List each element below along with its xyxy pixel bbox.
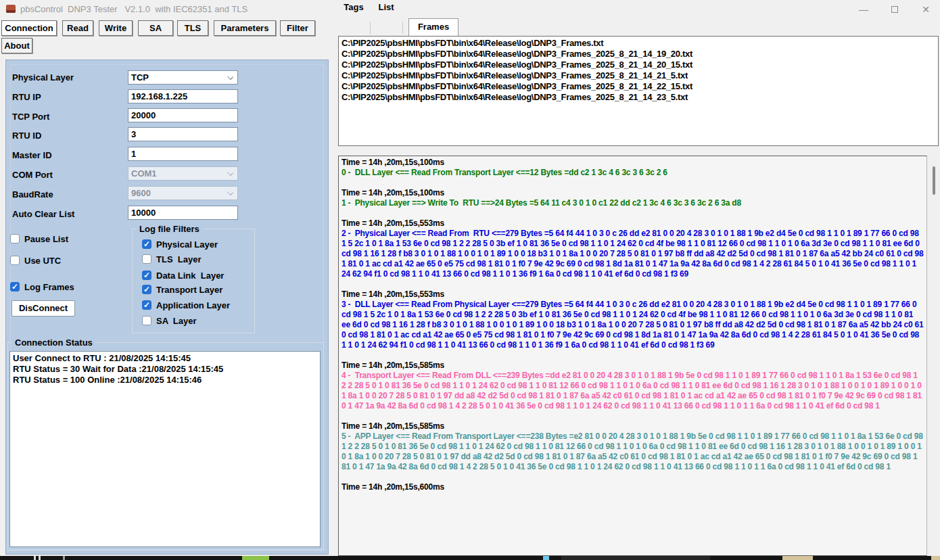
log-record-time: Time = 14h ,20m,15s,100ms bbox=[342, 188, 924, 198]
log-record-text: 4 - Transport Layer <== Read From DLL <=… bbox=[342, 371, 924, 411]
strip-segment bbox=[782, 556, 813, 560]
baudrate-value: 9600 bbox=[131, 188, 151, 198]
tab-frames[interactable]: Frames bbox=[408, 18, 459, 36]
log-record-text: 2 - Physical Layer <== Read From RTU <==… bbox=[342, 229, 924, 279]
connection-status-title: Connection Status bbox=[12, 337, 95, 348]
tcp-port-input[interactable] bbox=[128, 108, 238, 122]
log-gap bbox=[342, 350, 924, 360]
read-button[interactable]: Read bbox=[62, 20, 93, 36]
master-id-label: Master ID bbox=[12, 150, 52, 160]
chevron-down-icon bbox=[227, 189, 233, 195]
filter-sa-layer-checkbox[interactable] bbox=[142, 316, 151, 325]
log-file-item[interactable]: C:\PIP2025\pbsHMI\pbsFDT\bin\x64\Release… bbox=[342, 70, 935, 81]
filter-application-layer-label: Application Layer bbox=[156, 300, 230, 310]
strip-segment bbox=[931, 556, 940, 560]
log-file-filters-group: Log file Filters Physical Layer TLS Laye… bbox=[132, 229, 255, 333]
connection-button[interactable]: Connection bbox=[1, 20, 57, 36]
minimize-button[interactable]: — bbox=[853, 3, 874, 16]
auto-clear-list-label: Auto Clear List bbox=[12, 209, 74, 219]
maximize-icon bbox=[891, 6, 898, 13]
log-record-text: 0 - DLL Layer <== Read From Transport La… bbox=[342, 168, 924, 178]
tab-separator bbox=[370, 22, 371, 34]
maximize-button[interactable] bbox=[885, 3, 905, 16]
log-file-item[interactable]: C:\PIP2025\pbsHMI\pbsFDT\bin\x64\Release… bbox=[342, 38, 935, 49]
pause-list-checkbox[interactable] bbox=[10, 234, 20, 243]
about-button[interactable]: About bbox=[1, 38, 32, 53]
tab-separator bbox=[402, 22, 403, 34]
log-file-filters-title: Log file Filters bbox=[137, 224, 202, 234]
log-record-time: Time = 14h ,20m,15s,553ms bbox=[342, 218, 924, 229]
filter-physical-layer-label: Physical Layer bbox=[156, 239, 218, 250]
frames-scrollbar[interactable] bbox=[928, 156, 940, 556]
baudrate-label: BaudRate bbox=[12, 189, 53, 200]
filter-physical-layer-checkbox[interactable] bbox=[142, 239, 151, 249]
strip-segment bbox=[63, 556, 65, 560]
auto-clear-list-input[interactable] bbox=[128, 206, 238, 220]
chevron-down-icon bbox=[227, 74, 233, 80]
filter-application-layer-checkbox[interactable] bbox=[142, 300, 151, 310]
log-file-item[interactable]: C:\PIP2025\pbsHMI\pbsFDT\bin\x64\Release… bbox=[342, 92, 935, 103]
filter-tls-layer-label: TLS Layer bbox=[156, 254, 201, 264]
rtu-ip-label: RTU IP bbox=[12, 92, 41, 102]
filter-data-link-layer-label: Data Link Layer bbox=[156, 271, 224, 281]
log-gap bbox=[342, 178, 924, 188]
tab-list[interactable]: List bbox=[371, 0, 401, 16]
connection-status-group: Connection Status User Connect to RTU : … bbox=[7, 342, 324, 551]
physical-layer-value: TCP bbox=[131, 72, 149, 83]
connection-status-box: User Connect to RTU : 21/08/2025 14:15:4… bbox=[9, 351, 321, 547]
log-file-item[interactable]: C:\PIP2025\pbsHMI\pbsFDT\bin\x64\Release… bbox=[342, 60, 935, 70]
log-file-list: C:\PIP2025\pbsHMI\pbsFDT\bin\x64\Release… bbox=[338, 36, 939, 146]
filter-transport-layer-checkbox[interactable] bbox=[142, 285, 151, 294]
physical-layer-label: Physical Layer bbox=[12, 72, 74, 83]
strip-segment bbox=[561, 556, 710, 560]
master-id-input[interactable] bbox=[128, 147, 238, 161]
rtu-id-input[interactable] bbox=[128, 127, 238, 141]
status-line: RTU Status = 30 Wait for Data :21/08/202… bbox=[13, 364, 317, 375]
use-utc-checkbox[interactable] bbox=[10, 256, 20, 265]
frames-log: Time = 14h ,20m,15s,100ms 0 - DLL Layer … bbox=[338, 156, 927, 556]
log-record-text: 1 - Physical Layer ==> Write To RTU ==>2… bbox=[342, 198, 924, 208]
title-bar: pbsControl DNP3 Tester V2.1.0 with IEC62… bbox=[0, 0, 940, 18]
tls-button[interactable]: TLS bbox=[177, 20, 208, 36]
close-button[interactable]: ✕ bbox=[916, 3, 936, 16]
use-utc-label: Use UTC bbox=[24, 256, 61, 266]
sa-button[interactable]: SA bbox=[138, 20, 173, 36]
parameters-button[interactable]: Parameters bbox=[214, 20, 276, 36]
log-gap bbox=[342, 472, 924, 482]
app-window: pbsControl DNP3 Tester V2.1.0 with IEC62… bbox=[0, 0, 940, 560]
log-record-text: 3 - DLL Layer <== Read From Physical Lay… bbox=[342, 300, 924, 350]
log-record-time: Time = 14h ,20m,15s,585ms bbox=[342, 421, 924, 431]
rtu-ip-input[interactable] bbox=[128, 89, 238, 103]
log-trailing-time: Time = 14h ,20m,15s,600ms bbox=[342, 482, 924, 492]
baudrate-select: 9600 bbox=[128, 186, 238, 200]
strip-segment bbox=[242, 556, 269, 560]
com-port-label: COM Port bbox=[12, 170, 53, 180]
log-record-time: Time = 14h ,20m,15s,585ms bbox=[342, 360, 924, 371]
physical-layer-select[interactable]: TCP bbox=[128, 70, 238, 85]
disconnect-button[interactable]: DisConnect bbox=[11, 300, 75, 317]
filter-sa-layer-label: SA Layer bbox=[156, 316, 197, 326]
background-window-strip bbox=[0, 556, 940, 560]
window-title: pbsControl DNP3 Tester V2.1.0 with IEC62… bbox=[20, 4, 248, 14]
status-line: User Connect to RTU : 21/08/2025 14:15:4… bbox=[13, 353, 317, 364]
strip-segment bbox=[34, 556, 36, 560]
log-frames-checkbox[interactable] bbox=[10, 282, 20, 291]
filter-data-link-layer-checkbox[interactable] bbox=[142, 271, 151, 280]
com-port-value: COM1 bbox=[131, 168, 157, 179]
pause-list-label: Pause List bbox=[24, 234, 68, 244]
log-record-text: 5 - APP Layer <== Read From Transport La… bbox=[342, 431, 924, 472]
chevron-down-icon bbox=[227, 170, 233, 176]
rtu-id-label: RTU ID bbox=[12, 131, 41, 141]
write-button[interactable]: Write bbox=[99, 20, 133, 36]
tab-tags[interactable]: Tags bbox=[338, 0, 369, 16]
filter-tls-layer-checkbox[interactable] bbox=[142, 254, 151, 264]
log-file-item[interactable]: C:\PIP2025\pbsHMI\pbsFDT\bin\x64\Release… bbox=[342, 49, 935, 60]
log-record-time: Time = 14h ,20m,15s,100ms bbox=[342, 158, 924, 168]
log-gap bbox=[342, 208, 924, 218]
strip-segment bbox=[39, 556, 41, 560]
filter-button[interactable]: Filter bbox=[280, 20, 315, 36]
com-port-select: COM1 bbox=[128, 166, 238, 181]
log-file-item[interactable]: C:\PIP2025\pbsHMI\pbsFDT\bin\x64\Release… bbox=[342, 81, 935, 92]
frames-scrollbar-thumb[interactable] bbox=[933, 166, 935, 195]
app-icon bbox=[6, 5, 16, 13]
